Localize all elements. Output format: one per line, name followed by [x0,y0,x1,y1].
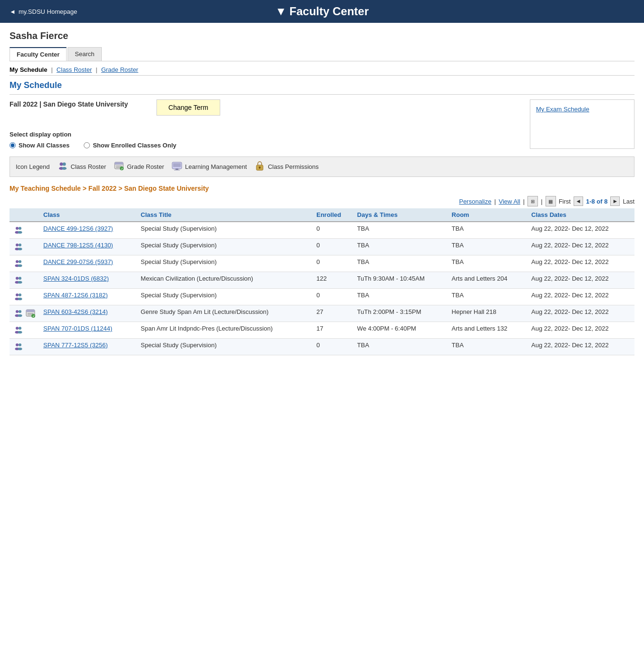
table-row: SPAN 324-01DS (6832)Mexican Civilization… [10,272,634,289]
display-option-label: Select display option [10,131,520,138]
class-link[interactable]: SPAN 603-42S6 (3214) [43,308,108,315]
col-header-room: Room [448,208,528,222]
row-icon-cell [10,272,39,289]
tab-search[interactable]: Search [68,47,101,61]
row-days-times: TuTh 9:30AM - 10:45AM [353,272,448,289]
row-icon-cell [10,289,39,305]
svg-point-29 [16,277,19,280]
radio-show-enrolled[interactable]: Show Enrolled Classes Only [84,142,176,149]
prev-page-button[interactable]: ◄ [574,196,583,206]
class-roster-row-icon[interactable] [13,275,24,285]
controls-sep-3: | [541,198,542,205]
grade-roster-icon: ✓ [114,162,124,172]
radio-show-all[interactable]: Show All Classes [10,142,69,149]
radio-show-enrolled-input[interactable] [84,142,90,148]
next-page-button[interactable]: ► [610,196,620,206]
row-room: Hepner Hall 218 [448,305,528,322]
row-days-times: TuTh 2:00PM - 3:15PM [353,305,448,322]
display-options: Select display option Show All Classes S… [10,131,520,149]
class-link[interactable]: SPAN 324-01DS (6832) [43,275,109,282]
class-roster-row-icon[interactable] [13,242,24,252]
class-link[interactable]: DANCE 798-12S5 (4130) [43,242,113,249]
learning-mgmt-icon [172,162,182,172]
class-roster-row-icon[interactable] [13,308,24,319]
row-room: TBA [448,289,528,305]
svg-point-22 [19,244,21,246]
grade-roster-legend-label: Grade Roster [127,163,164,170]
back-arrow-icon: ◄ [10,8,16,15]
svg-rect-13 [174,170,180,170]
row-room: TBA [448,222,528,239]
svg-point-18 [19,227,21,230]
class-link[interactable]: DANCE 499-12S6 (3927) [43,225,113,232]
svg-point-3 [62,167,67,170]
col-header-class: Class [39,208,137,222]
icon-legend: Icon Legend Class Roster [10,156,634,177]
svg-point-40 [18,314,22,317]
row-class-title: Special Study (Supervision) [137,289,312,305]
class-roster-row-icon[interactable] [13,342,24,352]
class-roster-row-icon[interactable] [13,225,24,235]
class-roster-row-icon[interactable] [13,292,24,302]
svg-point-50 [18,331,22,334]
row-class-title: Mexican Civilization (Lecture/Discussion… [137,272,312,289]
col-header-days-times: Days & Times [353,208,448,222]
row-class: SPAN 487-12S6 (3182) [39,289,137,305]
table-controls: Personalize | View All | ⊞ | ▦ First ◄ 1… [10,196,634,206]
class-perm-legend-label: Class Permissions [268,163,319,170]
subnav-my-schedule[interactable]: My Schedule [10,66,47,73]
svg-point-24 [18,248,22,251]
left-panel: Fall 2022 | San Diego State University C… [10,99,520,149]
row-enrolled: 27 [312,305,353,322]
radio-show-all-input[interactable] [10,142,16,148]
user-name: Sasha Fierce [10,30,634,41]
class-link[interactable]: DANCE 299-07S6 (5937) [43,258,113,265]
tab-faculty-center[interactable]: Faculty Center [10,47,67,61]
row-icon-cell [10,255,39,272]
class-link[interactable]: SPAN 777-12S5 (3256) [43,342,108,349]
legend-learning-mgmt: Learning Management [172,162,247,172]
class-roster-row-icon[interactable] [13,258,24,269]
row-enrolled: 0 [312,239,353,255]
row-class-dates: Aug 22, 2022- Dec 12, 2022 [527,305,634,322]
page-title: My Schedule [10,80,634,95]
view-all-link[interactable]: View All [499,198,520,205]
sub-navigation: My Schedule | Class Roster | Grade Roste… [10,64,634,76]
term-label: Fall 2022 | San Diego State University [10,100,128,108]
row-class-dates: Aug 22, 2022- Dec 12, 2022 [527,339,634,355]
col-header-class-dates: Class Dates [527,208,634,222]
change-term-button[interactable]: Change Term [156,99,220,116]
class-roster-legend-label: Class Roster [71,163,106,170]
svg-text:✓: ✓ [32,315,35,318]
svg-rect-5 [115,162,123,165]
row-room: TBA [448,339,528,355]
class-perm-icon [254,161,265,173]
table-section-title: My Teaching Schedule > Fall 2022 > San D… [10,185,634,192]
personalize-link[interactable]: Personalize [459,198,491,205]
row-class-dates: Aug 22, 2022- Dec 12, 2022 [527,289,634,305]
exam-schedule-link[interactable]: My Exam Schedule [536,106,589,113]
svg-point-54 [18,348,22,351]
subnav-grade-roster[interactable]: Grade Roster [101,66,138,73]
row-class-dates: Aug 22, 2022- Dec 12, 2022 [527,222,634,239]
subnav-class-roster[interactable]: Class Roster [57,66,92,73]
dropdown-triangle-icon: ▼ [275,5,287,18]
grid-view-icon[interactable]: ⊞ [527,196,538,206]
class-link[interactable]: SPAN 707-01DS (11244) [43,325,112,332]
learning-mgmt-legend-label: Learning Management [185,163,247,170]
table-row: SPAN 777-12S5 (3256)Special Study (Super… [10,339,634,355]
row-class: SPAN 603-42S6 (3214) [39,305,137,322]
grade-roster-row-icon[interactable]: ✓ [25,309,36,318]
row-icon-cell [10,339,39,355]
class-roster-row-icon[interactable] [13,325,24,335]
row-days-times: We 4:00PM - 6:40PM [353,322,448,339]
class-link[interactable]: SPAN 487-12S6 (3182) [43,292,108,299]
row-days-times: TBA [353,222,448,239]
class-roster-icon [58,161,68,173]
controls-sep-1: | [494,198,496,205]
row-class-title: Genre Study Span Am Lit (Lecture/Discuss… [137,305,312,322]
tab-bar: Faculty Center Search [10,47,634,61]
back-link[interactable]: ◄ my.SDSU Homepage [10,8,77,15]
svg-point-36 [18,298,22,301]
table-view-icon[interactable]: ▦ [546,196,556,206]
